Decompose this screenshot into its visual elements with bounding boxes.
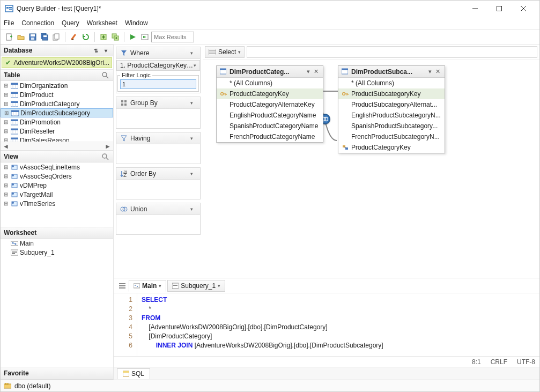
column-row[interactable]: ProductSubcategoryKey (338, 88, 445, 99)
svg-rect-2 (9, 7, 12, 8)
column-row[interactable]: SpanishProductSubcategory... (338, 121, 445, 131)
chevron-down-icon[interactable]: ▾ (190, 136, 197, 141)
run-icon[interactable] (128, 32, 138, 42)
tab-main[interactable]: Main ▾ (129, 280, 166, 292)
clear-icon[interactable] (69, 32, 79, 42)
chevron-down-icon[interactable]: ▾ (190, 171, 197, 176)
refresh-icon[interactable] (80, 32, 91, 42)
chevron-down-icon[interactable]: ▾ (190, 206, 197, 212)
column-row[interactable]: ProductCategoryAlternateKey (217, 99, 323, 110)
column-row[interactable]: ProductSubcategoryAlternat... (338, 99, 445, 110)
chevron-down-icon[interactable]: ▾ (190, 50, 197, 56)
svg-rect-14 (43, 35, 47, 37)
worksheet-icon (134, 283, 140, 289)
max-results-input[interactable] (151, 32, 194, 42)
close-icon[interactable]: ✕ (434, 68, 441, 75)
table-list[interactable]: ⊞DimOrganization⊞DimProduct⊞DimProductCa… (1, 81, 113, 142)
union-header[interactable]: Union ▾ (116, 203, 200, 215)
column-row[interactable]: ProductCategoryKey (217, 88, 323, 99)
run-selection-icon[interactable] (139, 32, 150, 42)
svg-rect-1 (6, 7, 9, 9)
orderby-header[interactable]: az Order By ▾ (116, 168, 200, 180)
sql-editor[interactable]: 123456 SELECT * FROM [AdventureWorksDW20… (114, 293, 539, 356)
chevron-down-icon[interactable]: ▾ (305, 68, 312, 75)
search-icon[interactable] (100, 152, 110, 161)
column-row[interactable]: FrenchProductSubcategoryN... (338, 131, 445, 142)
table-item[interactable]: ⊞DimReseller (1, 127, 113, 136)
view-item[interactable]: ⊞vAssocSeqLineItems (1, 162, 113, 172)
search-icon[interactable] (100, 70, 110, 80)
having-header[interactable]: Having ▾ (116, 132, 200, 144)
select-field[interactable] (247, 46, 537, 58)
copy-icon[interactable] (51, 32, 62, 42)
table-icon (342, 68, 349, 76)
close-button[interactable] (511, 1, 535, 17)
worksheet-item[interactable]: Main (1, 239, 113, 248)
svg-rect-40 (11, 120, 18, 121)
worksheet-list[interactable]: MainSubquery_1 (1, 239, 113, 367)
menu-connection[interactable]: Connection (21, 19, 54, 27)
chevron-down-icon: ▾ (238, 49, 241, 55)
column-row[interactable]: EnglishProductCategoryName (217, 110, 323, 121)
hscroll[interactable]: ◄► (1, 142, 113, 150)
menu-file[interactable]: File (4, 19, 14, 27)
select-button[interactable]: Select ▾ (205, 46, 245, 58)
column-row[interactable]: SpanishProductCategoryName (217, 121, 323, 131)
close-icon[interactable]: ✕ (312, 68, 320, 75)
column-row[interactable]: * (All Columns) (338, 78, 445, 88)
column-row[interactable]: FrenchProductCategoryName (217, 131, 323, 142)
minimize-button[interactable] (463, 1, 487, 17)
svg-rect-109 (123, 371, 129, 373)
filter-logic-input[interactable] (120, 79, 196, 89)
diagram-table-1[interactable]: DimProductCateg... ▾ ✕ * (All Columns)Pr… (216, 65, 323, 143)
table-item[interactable]: ⊞DimProductCategory (1, 99, 113, 108)
diagram-table-2[interactable]: DimProductSubca... ▾ ✕ * (All Columns)Pr… (338, 65, 445, 153)
chevron-down-icon[interactable]: ▾ (426, 68, 434, 75)
tab-sql[interactable]: SQL (117, 368, 150, 379)
svg-rect-69 (12, 253, 15, 254)
sql-code[interactable]: SELECT * FROM [AdventureWorksDW2008BigOr… (137, 293, 539, 356)
worksheet-item[interactable]: Subquery_1 (1, 248, 113, 257)
menu-query[interactable]: Query (62, 19, 79, 27)
view-item[interactable]: ⊞vDMPrep (1, 181, 113, 190)
view-item[interactable]: ⊞vTimeSeries (1, 199, 113, 208)
svg-point-104 (135, 285, 136, 286)
svg-point-62 (12, 202, 14, 204)
canvas[interactable]: DimProductCateg... ▾ ✕ * (All Columns)Pr… (203, 60, 539, 278)
line-gutter: 123456 (114, 293, 137, 356)
table-label: Table (4, 71, 20, 79)
table-item[interactable]: ⊞DimSalesReason (1, 136, 113, 142)
open-icon[interactable] (16, 32, 26, 42)
database-item[interactable]: ✔ AdventureWorksDW2008BigOri... (2, 57, 112, 68)
add-multi-icon[interactable] (110, 32, 121, 42)
view-item[interactable]: ⊞vAssocSeqOrders (1, 172, 113, 181)
column-row[interactable]: * (All Columns) (217, 78, 323, 88)
editor-panel: Main ▾ Subquery_1 ▾ 123456 SELECT * FROM… (114, 278, 539, 380)
view-list[interactable]: ⊞vAssocSeqLineItems⊞vAssocSeqOrders⊞vDMP… (1, 162, 113, 227)
chevron-down-icon[interactable]: ▾ (190, 100, 197, 106)
view-item[interactable]: ⊞vTargetMail (1, 190, 113, 199)
column-row[interactable]: EnglishProductSubcategoryN... (338, 110, 445, 121)
save-all-icon[interactable] (39, 32, 50, 42)
save-icon[interactable] (27, 32, 38, 42)
table-item[interactable]: ⊞DimPromotion (1, 117, 113, 127)
table-item[interactable]: ⊞DimProductSubcategory (1, 108, 113, 117)
add-icon[interactable] (98, 32, 109, 42)
tab-subquery[interactable]: Subquery_1 ▾ (167, 280, 225, 292)
list-icon[interactable] (116, 280, 129, 292)
maximize-button[interactable] (487, 1, 511, 17)
groupby-header[interactable]: Group By ▾ (116, 97, 200, 109)
menubar: File Connection Query Worksheet Window (1, 17, 539, 29)
new-icon[interactable] (4, 32, 14, 42)
sort-icon[interactable]: ⇅ (92, 46, 100, 55)
chevron-down-icon[interactable]: ▾ (218, 283, 220, 289)
menu-worksheet[interactable]: Worksheet (87, 19, 117, 27)
table-item[interactable]: ⊞DimOrganization (1, 81, 113, 90)
where-condition[interactable]: 1. ProductCategoryKey =... ▾ (116, 60, 200, 71)
menu-window[interactable]: Window (125, 19, 148, 27)
chevron-down-icon[interactable]: ▾ (159, 283, 161, 289)
table-item[interactable]: ⊞DimProduct (1, 90, 113, 99)
dropdown-icon[interactable]: ▾ (101, 46, 110, 55)
where-header[interactable]: Where ▾ (116, 47, 200, 59)
column-row[interactable]: ProductCategoryKey (338, 142, 445, 153)
